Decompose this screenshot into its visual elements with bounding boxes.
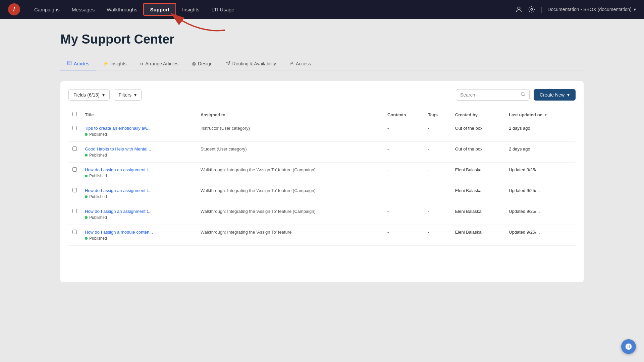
search-box[interactable] xyxy=(456,89,530,101)
articles-table: Title Assigned to Contexts Tags Created … xyxy=(68,109,576,246)
article-link-2[interactable]: How do I assign an assignment t... xyxy=(85,167,193,172)
nav-walkthroughs[interactable]: Walkthroughs xyxy=(101,0,143,19)
tab-articles-label: Articles xyxy=(74,61,89,66)
page-title: My Support Center xyxy=(60,32,584,47)
sort-icon: ▼ xyxy=(544,113,547,117)
row-checkbox-4[interactable] xyxy=(72,209,77,213)
workspace-selector[interactable]: Documentation - SBOX (documentation) ▾ xyxy=(547,7,636,12)
tab-routing[interactable]: Routing & Availability xyxy=(219,58,283,70)
nav-messages[interactable]: Messages xyxy=(66,0,101,19)
create-new-button[interactable]: Create New ▾ xyxy=(534,89,576,101)
cell-contexts-4: - xyxy=(383,204,424,225)
cell-title-0: Tips to create an emotionally aw... Publ… xyxy=(81,121,197,142)
arrange-icon: ⠿ xyxy=(140,61,143,66)
cell-updated-0: 2 days ago xyxy=(505,121,576,142)
settings-icon-button[interactable] xyxy=(528,6,535,13)
svg-text:/: / xyxy=(13,6,15,13)
routing-icon xyxy=(226,61,230,66)
table-row: How do I assign an assignment t... Publi… xyxy=(68,204,576,225)
cell-created-2: Eleni Balaska xyxy=(451,163,505,183)
user-icon-button[interactable] xyxy=(515,6,523,13)
cell-tags-0: - xyxy=(424,121,451,142)
cell-updated-1: 2 days ago xyxy=(505,142,576,163)
insights-icon: ⚡ xyxy=(103,61,108,66)
fields-dropdown[interactable]: Fields (6/13) ▾ xyxy=(68,89,110,101)
nav-insights[interactable]: Insights xyxy=(176,0,206,19)
cell-created-0: Out of the box xyxy=(451,121,505,142)
fields-chevron-icon: ▾ xyxy=(102,92,105,98)
access-icon xyxy=(289,61,294,66)
article-link-5[interactable]: How do I assign a module conten... xyxy=(85,230,193,235)
article-link-4[interactable]: How do I assign an assignment t... xyxy=(85,209,193,214)
nav-divider: | xyxy=(541,6,542,13)
status-text-1: Published xyxy=(89,153,107,158)
th-select-all xyxy=(68,109,81,121)
cell-tags-3: - xyxy=(424,183,451,204)
cell-title-2: How do I assign an assignment t... Publi… xyxy=(81,163,197,183)
filters-label: Filters xyxy=(119,92,131,98)
logo[interactable]: / xyxy=(8,3,20,15)
tab-insights-label: Insights xyxy=(110,61,126,66)
row-checkbox-3[interactable] xyxy=(72,188,77,192)
chat-widget[interactable] xyxy=(621,339,636,354)
status-text-4: Published xyxy=(89,215,107,220)
filters-chevron-icon: ▾ xyxy=(134,92,137,98)
nav-support[interactable]: Support xyxy=(143,3,176,16)
th-assigned-to: Assigned to xyxy=(197,109,383,121)
cell-tags-2: - xyxy=(424,163,451,183)
tab-design-label: Design xyxy=(198,61,213,66)
cell-created-1: Out of the box xyxy=(451,142,505,163)
create-new-label: Create New xyxy=(540,92,565,98)
cell-created-3: Eleni Balaska xyxy=(451,183,505,204)
top-navigation: / Campaigns Messages Walkthroughs Suppor… xyxy=(0,0,644,19)
toolbar: Fields (6/13) ▾ Filters ▾ Create New ▾ xyxy=(68,89,576,101)
cell-tags-4: - xyxy=(424,204,451,225)
table-row: Good Habits to Help with Mental... Publi… xyxy=(68,142,576,163)
cell-assigned-5: Walkthrough: Integrating the 'Assign To'… xyxy=(197,225,383,246)
th-title: Title xyxy=(81,109,197,121)
cell-contexts-5: - xyxy=(383,225,424,246)
nav-lti-usage[interactable]: LTI Usage xyxy=(206,0,240,19)
row-checkbox-0[interactable] xyxy=(72,126,77,130)
cell-tags-1: - xyxy=(424,142,451,163)
tab-arrange-articles[interactable]: ⠿ Arrange Articles xyxy=(133,58,185,70)
tab-arrange-label: Arrange Articles xyxy=(145,61,178,66)
main-content: My Support Center Articles ⚡ Insights ⠿ … xyxy=(0,19,644,362)
th-last-updated[interactable]: Last updated on ▼ xyxy=(505,109,576,121)
th-contexts: Contexts xyxy=(383,109,424,121)
row-checkbox-2[interactable] xyxy=(72,167,77,172)
cell-assigned-1: Student (User category) xyxy=(197,142,383,163)
search-input[interactable] xyxy=(460,92,518,98)
status-dot-5 xyxy=(85,237,88,240)
status-dot-0 xyxy=(85,133,88,136)
fields-label: Fields (6/13) xyxy=(73,92,100,98)
row-checkbox-5[interactable] xyxy=(72,230,77,234)
status-dot-4 xyxy=(85,216,88,219)
article-link-3[interactable]: How do I assign an assignment t... xyxy=(85,188,193,193)
tab-access[interactable]: Access xyxy=(283,58,318,70)
svg-point-11 xyxy=(291,62,292,63)
tab-design[interactable]: ◎ Design xyxy=(185,58,219,70)
cell-assigned-2: Walkthrough: Integrating the 'Assign To'… xyxy=(197,163,383,183)
tab-routing-label: Routing & Availability xyxy=(232,61,276,66)
status-text-5: Published xyxy=(89,236,107,241)
tab-insights[interactable]: ⚡ Insights xyxy=(96,58,133,70)
tab-articles[interactable]: Articles xyxy=(60,57,96,70)
search-icon xyxy=(521,92,525,98)
design-icon: ◎ xyxy=(192,61,196,66)
nav-campaigns[interactable]: Campaigns xyxy=(28,0,66,19)
table-header-row: Title Assigned to Contexts Tags Created … xyxy=(68,109,576,121)
cell-title-4: How do I assign an assignment t... Publi… xyxy=(81,204,197,225)
filters-dropdown[interactable]: Filters ▾ xyxy=(114,89,142,101)
table-row: Tips to create an emotionally aw... Publ… xyxy=(68,121,576,142)
cell-created-4: Eleni Balaska xyxy=(451,204,505,225)
cell-tags-5: - xyxy=(424,225,451,246)
select-all-checkbox[interactable] xyxy=(72,112,77,116)
article-link-0[interactable]: Tips to create an emotionally aw... xyxy=(85,126,193,131)
svg-point-4 xyxy=(531,8,533,10)
cell-title-1: Good Habits to Help with Mental... Publi… xyxy=(81,142,197,163)
svg-point-3 xyxy=(518,7,520,9)
row-checkbox-1[interactable] xyxy=(72,146,77,151)
article-link-1[interactable]: Good Habits to Help with Mental... xyxy=(85,146,193,152)
cell-title-3: How do I assign an assignment t... Publi… xyxy=(81,183,197,204)
